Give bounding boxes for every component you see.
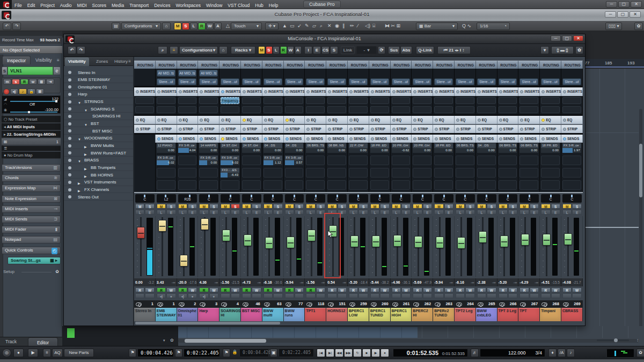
send-empty-slot[interactable]: [285, 168, 304, 178]
read-automation-button[interactable]: R: [199, 287, 208, 292]
send-empty-slot[interactable]: [392, 156, 411, 165]
routing-output-cell[interactable]: Stere...ut: [391, 77, 412, 86]
pan-control[interactable]: C: [562, 194, 582, 203]
send-slot-cell[interactable]: [305, 180, 326, 192]
send-level-value[interactable]: 0.00: [157, 148, 175, 153]
monitor-button[interactable]: [327, 293, 336, 298]
send-slot-cell[interactable]: 18 PR..ED0.00: [369, 143, 391, 155]
insert-slot-cell[interactable]: [198, 105, 219, 114]
send-empty-slot[interactable]: [541, 180, 560, 190]
insert-slot-cell[interactable]: [540, 105, 561, 114]
insert-empty-slot[interactable]: [434, 97, 453, 104]
edit-button[interactable]: E: [401, 210, 411, 215]
setup-icon[interactable]: ▤: [112, 23, 120, 30]
routing-header-cell[interactable]: ROUTING: [369, 61, 391, 69]
send-empty-slot[interactable]: [157, 180, 175, 190]
output-routing-button[interactable]: Stere...ut: [541, 78, 560, 85]
pan-cell[interactable]: C: [134, 194, 156, 203]
send-level-value[interactable]: 0.00: [370, 148, 389, 153]
routing-output-cell[interactable]: Stere...ut: [476, 77, 497, 86]
listen-button[interactable]: L: [306, 210, 315, 215]
solo-button[interactable]: S: [358, 204, 368, 209]
edit-button[interactable]: E: [423, 210, 432, 215]
write-automation-button[interactable]: W: [401, 287, 411, 292]
routing-input-cell[interactable]: All MID..ts: [156, 69, 177, 77]
send-slot-cell[interactable]: FX 3-R..ce1.97: [561, 143, 583, 155]
send-empty-slot[interactable]: [562, 168, 581, 178]
routing-output-cell[interactable]: Stere...ut: [241, 77, 262, 86]
eq-header-cell[interactable]: EQ: [134, 116, 156, 124]
edit-button[interactable]: E: [487, 210, 496, 215]
tree-item-emb-steinway[interactable]: EMB STEINWAY: [64, 76, 133, 84]
insert-slot-cell[interactable]: [241, 105, 262, 114]
insert-empty-slot[interactable]: [264, 106, 282, 113]
inserts-header-cell[interactable]: INSERTS: [156, 87, 177, 96]
monitor-button[interactable]: [477, 293, 486, 298]
write-automation-button[interactable]: W: [145, 287, 154, 292]
send-level-value[interactable]: -0.62: [392, 148, 411, 153]
solo-button[interactable]: S: [338, 204, 347, 209]
send-slot-cell[interactable]: [198, 167, 219, 180]
send-destination-label[interactable]: 18 PR..ED: [434, 143, 453, 148]
send-empty-slot[interactable]: [477, 180, 496, 190]
insert-empty-slot[interactable]: [562, 106, 581, 113]
send-empty-slot[interactable]: [562, 156, 581, 165]
send-slot-cell[interactable]: [369, 167, 391, 180]
send-level-value[interactable]: 6.02: [157, 160, 175, 165]
send-empty-slot[interactable]: [157, 168, 175, 178]
record-enable-button[interactable]: [3, 88, 10, 95]
tab-inspector[interactable]: Inspector: [2, 56, 31, 64]
fader-track[interactable]: [140, 217, 142, 276]
routing-header-cell[interactable]: ROUTING: [348, 61, 369, 69]
write-automation-button[interactable]: W: [166, 287, 175, 292]
insert-empty-slot[interactable]: [285, 97, 304, 104]
edit-button[interactable]: E: [358, 210, 368, 215]
record-button[interactable]: [295, 293, 304, 298]
insert-slot-cell[interactable]: [198, 96, 219, 105]
send-empty-slot[interactable]: [199, 180, 218, 190]
send-slot-cell[interactable]: 20 PR..GH-0.62: [391, 143, 412, 155]
routing-header-cell[interactable]: ROUTING: [518, 61, 540, 69]
solo-button[interactable]: S: [188, 204, 197, 209]
click-button[interactable]: ♦: [548, 349, 557, 357]
read-automation-button[interactable]: R: [392, 287, 401, 292]
mute-button[interactable]: M: [199, 204, 208, 209]
play-button[interactable]: ▶: [371, 349, 380, 357]
monitor-button[interactable]: [392, 293, 401, 298]
send-destination-label[interactable]: 12 PIANO: [157, 143, 175, 148]
solo-button[interactable]: S: [166, 204, 175, 209]
eq-header-cell[interactable]: EQ: [561, 116, 583, 124]
sidebar-menu-icon[interactable]: ≡: [126, 57, 133, 66]
insert-slot-cell[interactable]: [497, 96, 519, 105]
project-minimize-button[interactable]: ─: [605, 11, 616, 18]
send-slot-cell[interactable]: [241, 180, 262, 192]
tree-item-strings[interactable]: ▼STRINGS: [64, 98, 133, 106]
layout-buttons[interactable]: ▯▯▯ ▾: [605, 23, 622, 30]
write-button[interactable]: w: [29, 79, 37, 85]
edit-button[interactable]: E: [145, 210, 154, 215]
send-level-value[interactable]: 0.00: [434, 148, 453, 153]
read-automation-button[interactable]: R: [221, 287, 230, 292]
inserts-header-cell[interactable]: INSERTS: [241, 87, 262, 96]
send-slot-cell[interactable]: [241, 155, 262, 167]
send-slot-cell[interactable]: 06 BRS..TS0.00: [455, 143, 476, 155]
send-empty-slot[interactable]: [562, 180, 581, 190]
routing-input-cell[interactable]: [262, 69, 284, 77]
quantize-menu-button[interactable]: ≡: [43, 349, 51, 357]
redo-button[interactable]: ↷: [12, 23, 21, 30]
routing-header-cell[interactable]: ROUTING: [391, 61, 412, 69]
send-slot-cell[interactable]: 24 ST..GH0.00: [219, 143, 241, 155]
sends-header-cell[interactable]: SENDS: [262, 135, 284, 143]
record-button[interactable]: ●: [166, 293, 175, 298]
routing-input-cell[interactable]: [433, 69, 455, 77]
output-routing-button[interactable]: Stere...ut: [199, 78, 218, 85]
routing-input-cell[interactable]: All MID..ts: [198, 69, 219, 77]
tree-item-omnisphere-01[interactable]: Omnisphere 01: [64, 83, 133, 91]
sends-header-cell[interactable]: SENDS: [326, 135, 348, 143]
pan-cell[interactable]: C: [433, 194, 455, 203]
edit-button[interactable]: E: [295, 210, 304, 215]
read-automation-button[interactable]: R: [562, 287, 572, 292]
listen-button[interactable]: L: [370, 210, 379, 215]
stop-button[interactable]: ■: [362, 349, 371, 357]
send-slot-cell[interactable]: [156, 180, 177, 192]
